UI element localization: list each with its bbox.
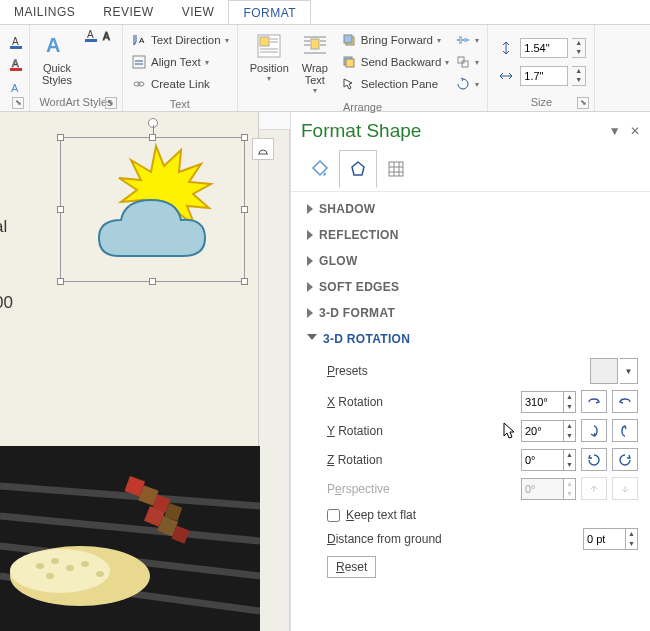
rotate-objects-button[interactable]: ▾ [455, 74, 479, 94]
svg-text:A: A [87, 30, 94, 40]
shadow-label: SHADOW [319, 202, 375, 216]
x-rotate-left-button[interactable] [581, 390, 607, 413]
document-image [0, 446, 260, 631]
svg-rect-31 [346, 59, 354, 67]
z-rotate-ccw-button[interactable] [581, 448, 607, 471]
wordart-expand-icon[interactable]: ⬊ [12, 97, 24, 109]
y-rotation-input[interactable] [522, 421, 563, 441]
keep-text-flat-checkbox[interactable] [327, 509, 340, 522]
group-wordart-label: ⬊ [6, 106, 23, 111]
pane-close-button[interactable]: ✕ [630, 124, 640, 138]
position-label: Position [250, 62, 289, 74]
x-rotate-right-button[interactable] [612, 390, 638, 413]
svg-text:A: A [46, 34, 60, 56]
section-3d-rotation[interactable]: 3-D ROTATION [307, 332, 644, 346]
text-fill-button[interactable]: A [8, 34, 24, 54]
send-backward-button[interactable]: Send Backward ▾ [341, 52, 450, 72]
z-rotation-label: Z Rotation [327, 453, 516, 467]
fill-line-tab[interactable] [301, 150, 339, 188]
tab-review[interactable]: REVIEW [89, 0, 167, 24]
document-canvas[interactable]: 5 6 7 r al 00 [0, 112, 290, 631]
presets-dropdown[interactable]: ▼ [620, 358, 638, 384]
distance-spinner[interactable]: ▲▼ [625, 529, 637, 549]
svg-rect-35 [458, 57, 464, 63]
wordart-styles-expand-icon[interactable]: ⬊ [105, 97, 117, 109]
y-rotate-down-button[interactable] [612, 419, 638, 442]
selected-shape[interactable] [60, 137, 245, 282]
section-reflection[interactable]: REFLECTION [307, 228, 644, 242]
tab-mailings[interactable]: MAILINGS [0, 0, 89, 24]
svg-point-46 [36, 563, 44, 569]
z-rotation-input[interactable] [522, 450, 563, 470]
distance-input[interactable] [584, 529, 625, 549]
tab-view[interactable]: VIEW [168, 0, 229, 24]
bring-forward-button[interactable]: Bring Forward ▾ [341, 30, 450, 50]
layout-options-button[interactable] [252, 138, 274, 160]
perspective-up-button [581, 477, 607, 500]
effects-tab[interactable] [339, 150, 377, 188]
text-direction-button[interactable]: AText Direction▾ [131, 30, 229, 50]
svg-rect-33 [459, 36, 462, 44]
wrap-text-button[interactable]: Wrap Text▾ [295, 28, 335, 99]
group-size-label: Size [531, 96, 552, 108]
svg-text:A: A [12, 37, 19, 47]
z-rotate-cw-button[interactable] [612, 448, 638, 471]
svg-rect-34 [464, 38, 467, 42]
perspective-spinner: ▲▼ [563, 479, 575, 499]
glow-label: GLOW [319, 254, 358, 268]
section-shadow[interactable]: SHADOW [307, 202, 644, 216]
position-button[interactable]: Position▾ [244, 28, 295, 87]
selection-pane-label: Selection Pane [361, 78, 438, 90]
align-text-button[interactable]: Align Text▾ [131, 52, 229, 72]
text-outline-small-icon[interactable]: A [100, 30, 114, 47]
text-outline-button[interactable]: A [8, 56, 24, 76]
reset-button[interactable]: Reset [327, 556, 376, 578]
reflection-label: REFLECTION [319, 228, 399, 242]
y-rotate-up-button[interactable] [581, 419, 607, 442]
svg-rect-60 [389, 162, 403, 176]
create-link-button[interactable]: Create Link [131, 74, 229, 94]
svg-text:A: A [139, 36, 145, 45]
svg-point-48 [66, 565, 74, 571]
group-objects-button[interactable]: ▾ [455, 52, 479, 72]
text-effects-button[interactable]: A [8, 78, 24, 98]
document-text: r al 00 [0, 167, 13, 331]
quick-styles-button[interactable]: A Quick Styles [36, 28, 78, 90]
pane-options-button[interactable]: ▼ [609, 124, 621, 138]
3d-rotation-label: 3-D ROTATION [323, 332, 410, 346]
x-rotation-input[interactable] [522, 392, 563, 412]
send-backward-label: Send Backward [361, 56, 442, 68]
tab-format[interactable]: FORMAT [228, 0, 311, 24]
section-soft-edges[interactable]: SOFT EDGES [307, 280, 644, 294]
width-spinner[interactable]: ▲▼ [572, 66, 586, 86]
height-spinner[interactable]: ▲▼ [572, 38, 586, 58]
format-shape-pane: Format Shape ▼ ✕ SHADOW REFLECTION GLOW … [290, 112, 650, 631]
text-direction-label: Text Direction [151, 34, 221, 46]
svg-point-14 [138, 82, 144, 86]
svg-rect-10 [133, 56, 145, 68]
selection-pane-button[interactable]: Selection Pane [341, 74, 450, 94]
svg-rect-24 [311, 39, 319, 49]
pane-title: Format Shape [301, 120, 421, 142]
bring-forward-label: Bring Forward [361, 34, 433, 46]
section-glow[interactable]: GLOW [307, 254, 644, 268]
text-fill-small-icon[interactable]: A [84, 30, 98, 47]
svg-text:A: A [103, 31, 110, 42]
create-link-label: Create Link [151, 78, 210, 90]
shape-height-input[interactable] [520, 38, 568, 58]
shape-width-input[interactable] [520, 66, 568, 86]
svg-rect-36 [462, 61, 468, 67]
soft-edges-label: SOFT EDGES [319, 280, 399, 294]
x-rotation-label: X Rotation [327, 395, 516, 409]
ribbon-tabs: MAILINGS REVIEW VIEW FORMAT [0, 0, 650, 25]
size-expand-icon[interactable]: ⬊ [577, 97, 589, 109]
align-objects-button[interactable]: ▾ [455, 30, 479, 50]
y-rotation-label: Y Rotation [327, 424, 516, 438]
x-rotation-spinner[interactable]: ▲▼ [563, 392, 575, 412]
y-rotation-spinner[interactable]: ▲▼ [563, 421, 575, 441]
section-3d-format[interactable]: 3-D FORMAT [307, 306, 644, 320]
quick-styles-label: Quick Styles [42, 62, 72, 86]
size-properties-tab[interactable] [377, 150, 415, 188]
z-rotation-spinner[interactable]: ▲▼ [563, 450, 575, 470]
presets-label: PPresetsresets [327, 364, 585, 378]
